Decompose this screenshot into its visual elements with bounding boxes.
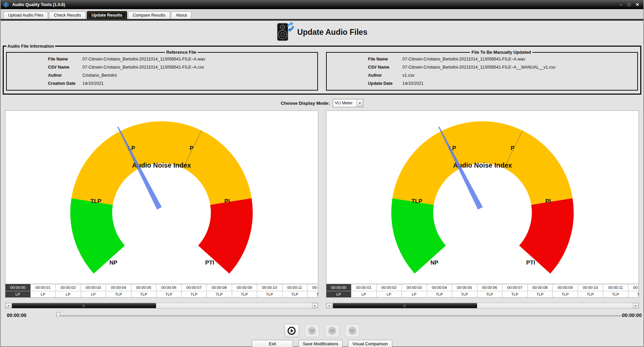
svg-text:PI: PI [545, 198, 551, 204]
svg-text:TLP: TLP [412, 198, 422, 204]
tab-upload-audio-files[interactable]: Upload Audio Files [3, 11, 48, 19]
timeline-cell[interactable]: 00:00:05TLP [452, 284, 477, 297]
tab-check-results[interactable]: Check Results [49, 11, 86, 19]
file-info-row: Update Date14/10/2021 [368, 79, 635, 88]
field-value: v1.csv [402, 73, 635, 78]
step-forward-button [325, 324, 340, 337]
manual-vu-meter-gauge: LPPTLPPINPPTIAudio Noise Index [388, 113, 577, 283]
field-label: File Name [48, 57, 82, 61]
rewind-button [305, 324, 319, 337]
svg-text:TLP: TLP [91, 198, 101, 204]
tab-compare-results[interactable]: Compare Results [128, 11, 170, 19]
rewind-icon [307, 326, 317, 336]
timeline-cell[interactable]: 00:00:04TLP [106, 284, 131, 297]
svg-text:PI: PI [224, 198, 230, 204]
visual-comparison-button[interactable]: Visual Comparison [348, 340, 392, 347]
reference-meter-panel: LPPTLPPINPPTIAudio Noise Index 00:00:00L… [5, 110, 318, 298]
chevron-down-icon[interactable]: ▼ [356, 99, 363, 107]
timeline-cell[interactable]: 00:00:01LP [31, 284, 56, 297]
timeline-cell[interactable]: 00:00:10TLP [257, 284, 282, 297]
scrollbar-thumb[interactable] [333, 303, 477, 308]
reference-file-rows: File Name07-Citroen-Cristiano_Bertolini-… [48, 55, 315, 88]
timeline-cell[interactable]: 00:00:05TLP [131, 284, 157, 297]
timeline-cell[interactable]: 00:00:01LP [351, 284, 377, 297]
scroll-left-icon[interactable]: ◄ [326, 303, 332, 308]
play-icon [287, 326, 296, 336]
timeline-cell[interactable]: 00:00:12TLP [307, 284, 318, 297]
maximize-button[interactable]: □ [627, 2, 630, 7]
timeline-cell[interactable]: 00:00:09TLP [232, 284, 257, 297]
file-info-row: Creation Date14/10/2021 [48, 79, 315, 88]
svg-text:NP: NP [109, 259, 118, 266]
close-button[interactable]: ✕ [636, 2, 639, 7]
field-label: Update Date [368, 81, 402, 86]
tab-bar: Upload Audio FilesCheck ResultsUpdate Re… [1, 9, 643, 19]
timeline-cell[interactable]: 00:00:03LP [81, 284, 106, 297]
field-value: 14/10/2021 [82, 81, 315, 86]
scrollbar-thumb[interactable] [12, 303, 156, 308]
timeline-cell[interactable]: 00:00:11TLP [282, 284, 308, 297]
svg-text:P: P [511, 145, 514, 151]
svg-text:NP: NP [430, 259, 438, 266]
timeline-cell[interactable]: 00:00:02LP [377, 284, 402, 297]
svg-text:P: P [190, 145, 194, 151]
reference-timeline-scrollbar[interactable]: ◄ ► [5, 303, 318, 308]
playback-slider-track[interactable] [56, 315, 623, 317]
reference-file-box: Reference File File Name07-Citroen-Crist… [6, 50, 318, 91]
transport-controls [1, 324, 643, 337]
save-modifications-button[interactable]: Save Modifications [298, 340, 343, 347]
manual-file-rows: File Name07-Citroen-Cristiano_Bertolini-… [368, 55, 635, 88]
field-label: Creation Date [48, 81, 82, 86]
tab-update-results[interactable]: Update Results [87, 11, 127, 19]
display-mode-select[interactable]: VU Meter ▼ [333, 99, 363, 107]
timeline-cell[interactable]: 00:00:11TLP [603, 284, 628, 297]
timeline-cell[interactable]: 00:00:00LP [326, 284, 352, 297]
manual-timeline-scrollbar[interactable]: ◄ ► [326, 303, 639, 308]
timeline-cell[interactable]: 00:00:00LP [5, 284, 31, 297]
scrollbar-track[interactable] [332, 303, 633, 308]
reference-timeline: 00:00:00LP00:00:01LP00:00:02LP00:00:03LP… [5, 284, 318, 297]
timeline-cell[interactable]: 00:00:06TLP [477, 284, 503, 297]
timeline-cell[interactable]: 00:00:12TLP [628, 284, 639, 297]
timeline-cell[interactable]: 00:00:08TLP [528, 284, 553, 297]
fast-forward-icon [348, 326, 357, 336]
field-value: 14/10/2021 [402, 81, 635, 86]
scroll-left-icon[interactable]: ◄ [5, 303, 11, 308]
group-title: Audio File Information [6, 44, 55, 49]
tab-about[interactable]: About [171, 11, 192, 19]
timeline-cell[interactable]: 00:00:02LP [56, 284, 81, 297]
timeline-cell[interactable]: 00:00:03LP [402, 284, 427, 297]
meter-panels: LPPTLPPINPPTIAudio Noise Index 00:00:00L… [5, 110, 639, 298]
file-info-row: Authorv1.csv [368, 71, 635, 79]
timeline-cell[interactable]: 00:00:07TLP [182, 284, 207, 297]
minimize-button[interactable]: – [620, 2, 622, 7]
manual-file-title: File To Be Manually Updated [470, 50, 532, 55]
playback-slider-thumb[interactable] [56, 312, 60, 319]
grip-icon [403, 304, 406, 307]
timeline-cell[interactable]: 00:00:08TLP [207, 284, 232, 297]
timeline-cell[interactable]: 00:00:06TLP [156, 284, 182, 297]
manual-file-box: File To Be Manually Updated File Name07-… [326, 50, 638, 91]
scroll-right-icon[interactable]: ► [633, 303, 639, 308]
svg-text:Audio Noise Index: Audio Noise Index [132, 162, 191, 169]
timeline-cell[interactable]: 00:00:09TLP [553, 284, 578, 297]
timeline-cell[interactable]: 00:00:07TLP [502, 284, 528, 297]
scrollbar-row: ◄ ► ◄ ► [5, 303, 639, 308]
timeline-cell[interactable]: 00:00:10TLP [578, 284, 603, 297]
reference-file-title: Reference File [165, 50, 198, 55]
field-label: CSV Name [368, 65, 402, 70]
file-info-row: AuthorCristiano_Bertolini [48, 71, 315, 79]
page-title: Update Audio Files [297, 28, 367, 37]
scroll-right-icon[interactable]: ► [312, 303, 318, 308]
total-time-label: 00:00:00 [622, 313, 642, 318]
file-info-row: File Name07-Citroen-Cristiano_Bertolini-… [48, 55, 315, 63]
title-bar: Audio Quality Tools (1.0.6) – □ ✕ [1, 0, 643, 9]
reference-vu-meter-gauge: LPPTLPPINPPTIAudio Noise Index [67, 113, 256, 283]
audio-file-information-group: Audio File Information Reference File Fi… [3, 44, 641, 95]
exit-button[interactable]: Exit [252, 340, 293, 347]
scrollbar-track[interactable] [11, 303, 312, 308]
svg-text:Audio Noise Index: Audio Noise Index [453, 162, 512, 169]
manual-meter-panel: LPPTLPPINPPTIAudio Noise Index 00:00:00L… [326, 110, 639, 298]
play-button[interactable] [284, 324, 299, 337]
timeline-cell[interactable]: 00:00:04TLP [427, 284, 452, 297]
